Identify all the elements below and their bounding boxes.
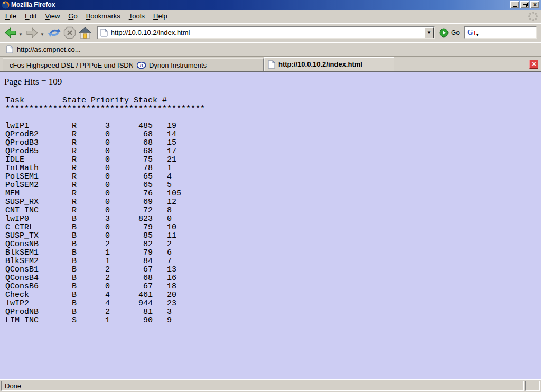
reload-button[interactable] [46, 25, 62, 40]
cell-priority: 1 [105, 316, 115, 325]
minimize-button[interactable] [510, 1, 519, 8]
stop-button[interactable] [62, 25, 77, 40]
cell-stack: 75 [115, 156, 153, 164]
restore-icon [523, 4, 527, 7]
bookmark-label: http://as.cmpnet.co... [17, 45, 81, 53]
menu-item-bookmarks[interactable]: Bookmarks [82, 11, 125, 22]
cell-state: B [72, 291, 105, 300]
bookmarks-toolbar: http://as.cmpnet.co... [0, 42, 541, 57]
cell-priority: 0 [105, 190, 115, 198]
cell-state: R [72, 139, 105, 147]
tab-close-button[interactable]: ✕ [529, 60, 538, 69]
cell-priority: 1 [105, 257, 115, 266]
tab-label: cFos Highspeed DSL / PPPoE und ISDN CAP.… [10, 61, 133, 69]
table-row: PolSEM1R0654 [5, 173, 541, 181]
tab-cfos[interactable]: cFos cFos Highspeed DSL / PPPoE und ISDN… [3, 58, 133, 71]
cell-priority: 0 [105, 232, 115, 240]
cell-task: Check [5, 291, 72, 300]
go-button[interactable]: Go [439, 28, 460, 38]
cell-num: 21 [167, 156, 176, 164]
menu-item-tools[interactable]: Tools [125, 11, 149, 22]
cell-state: R [72, 181, 105, 190]
cell-task: PolSEM2 [5, 181, 72, 190]
cell-num: 105 [167, 190, 181, 198]
menu-item-edit[interactable]: Edit [21, 11, 41, 22]
forward-button[interactable] [25, 25, 40, 40]
tab-dynon[interactable]: D Dynon Instruments [133, 58, 264, 71]
url-input[interactable]: http://10.0.10.2/index.html [111, 29, 424, 36]
cell-state: B [72, 249, 105, 257]
cell-stack: 90 [115, 316, 153, 325]
cell-num: 8 [167, 207, 172, 215]
close-button[interactable]: × [530, 1, 539, 8]
menu-item-file[interactable]: File [1, 11, 21, 22]
restore-button[interactable] [520, 1, 529, 8]
cell-priority: 4 [105, 300, 115, 308]
cell-state: B [72, 274, 105, 283]
cell-num: 14 [167, 130, 176, 139]
cell-priority: 2 [105, 240, 115, 249]
table-row: BlkSEM2B1847 [5, 257, 541, 266]
cell-state: B [72, 300, 105, 308]
throbber-icon [528, 11, 538, 22]
back-button[interactable] [3, 25, 18, 40]
cell-stack: 81 [115, 308, 153, 316]
cell-priority: 3 [105, 215, 115, 223]
cell-state: B [72, 308, 105, 316]
cell-stack: 68 [115, 139, 153, 147]
go-button-label[interactable]: Go [451, 29, 460, 36]
cell-stack: 461 [115, 291, 153, 300]
cell-num: 15 [167, 139, 176, 147]
cell-num: 11 [167, 232, 176, 240]
column-priority: Priority [91, 97, 134, 105]
cell-state: R [72, 130, 105, 139]
bookmark-item[interactable]: http://as.cmpnet.co... [4, 44, 83, 54]
cell-priority: 0 [105, 173, 115, 181]
column-task: Task [5, 97, 62, 105]
cell-num: 13 [167, 266, 176, 274]
tab-index-html[interactable]: http://10.0.10.2/index.html [264, 57, 394, 71]
cell-priority: 0 [105, 147, 115, 156]
status-bar: Done [0, 379, 541, 392]
cell-stack: 85 [115, 232, 153, 240]
cell-task: QConsB6 [5, 283, 72, 291]
close-icon: ✕ [531, 61, 536, 67]
cell-stack: 79 [115, 223, 153, 232]
firefox-icon [2, 1, 10, 9]
cell-num: 2 [167, 240, 172, 249]
menu-item-view[interactable]: View [41, 11, 64, 22]
search-engine-dropdown-icon[interactable]: ▼ [475, 33, 479, 37]
cell-num: 1 [167, 164, 172, 173]
url-bar[interactable]: http://10.0.10.2/index.html ▼ [97, 26, 435, 39]
dynon-favicon: D [137, 62, 146, 69]
back-dropdown-button[interactable]: ▼ [18, 32, 23, 37]
menu-item-go[interactable]: Go [64, 11, 81, 22]
table-row: CNT_INCR0728 [5, 207, 541, 215]
url-dropdown-button[interactable]: ▼ [424, 27, 434, 38]
cell-task: QConsB4 [5, 274, 72, 283]
cell-priority: 2 [105, 266, 115, 274]
menu-items: FileEditViewGoBookmarksToolsHelp [1, 11, 172, 22]
cell-stack: 65 [115, 181, 153, 190]
cell-num: 18 [167, 283, 176, 291]
cell-task: LIM_INC [5, 316, 72, 325]
forward-dropdown-button[interactable]: ▼ [40, 32, 44, 37]
search-input[interactable]: G▼ [464, 26, 537, 39]
cell-stack: 68 [115, 130, 153, 139]
menu-item-help[interactable]: Help [149, 11, 172, 22]
cell-task: lwIP0 [5, 215, 72, 223]
cell-state: B [72, 215, 105, 223]
navigation-toolbar: ▼ ▼ [0, 23, 541, 42]
cell-state: B [72, 257, 105, 266]
cell-num: 17 [167, 147, 176, 156]
cell-priority: 0 [105, 223, 115, 232]
reload-icon [48, 26, 61, 39]
home-button[interactable] [77, 25, 93, 40]
cell-priority: 2 [105, 308, 115, 316]
cell-priority: 4 [105, 291, 115, 300]
cell-stack: 69 [115, 198, 153, 207]
forward-icon [26, 27, 39, 39]
page-hits-text: Page Hits = 109 [4, 77, 541, 87]
cell-stack: 82 [115, 240, 153, 249]
table-row: SUSP_RXR06912 [5, 198, 541, 207]
